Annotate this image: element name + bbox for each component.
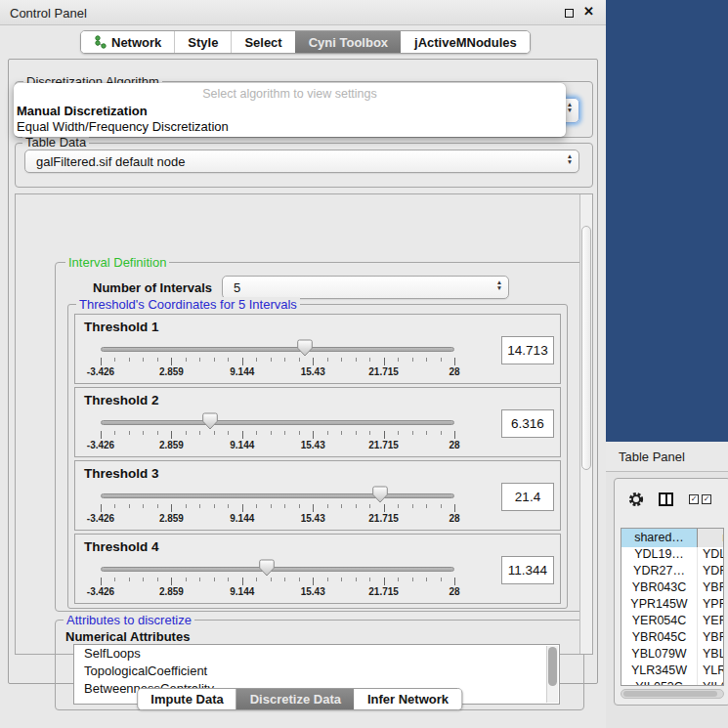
bottom-tab-infer-network[interactable]: Infer Network: [354, 689, 461, 709]
tick-mark: [271, 504, 272, 508]
tick-mark: [143, 431, 144, 435]
tick-mark: [171, 578, 172, 585]
table-cell: YER0: [698, 614, 724, 630]
bottom-tab-label: Infer Network: [367, 692, 449, 707]
close-icon[interactable]: ✕: [583, 4, 594, 19]
control-panel: Control Panel ✕ NetworkStyleSelectCyni T…: [0, 0, 606, 728]
slider-ticks: [101, 358, 454, 366]
attributes-list-scrollbar-thumb[interactable]: [548, 647, 557, 686]
scale-label: -3.426: [87, 586, 114, 597]
scroll-panel-scrollbar-thumb[interactable]: [581, 226, 591, 470]
tick-mark: [129, 504, 130, 508]
bottom-tab-impute-data[interactable]: Impute Data: [138, 689, 236, 709]
slider-track[interactable]: [101, 567, 454, 572]
tick-mark: [242, 358, 243, 365]
tick-mark: [356, 578, 357, 581]
table-header-shared-name[interactable]: shared…: [621, 529, 698, 547]
slider-scale-labels: -3.4262.8599.14415.4321.71528: [101, 440, 454, 451]
table-row[interactable]: YLR345WYLR3: [621, 664, 724, 680]
tick-mark: [101, 431, 102, 439]
table-data-combobox[interactable]: galFiltered.sif default node ▲▼: [24, 150, 579, 173]
table-header-name[interactable]: name: [698, 529, 724, 547]
scroll-panel-scrollbar[interactable]: [579, 194, 592, 654]
attribute-list-item[interactable]: TopologicalCoefficient: [74, 663, 559, 680]
tick-mark: [327, 431, 328, 435]
table-row[interactable]: YBR045CYBR0: [621, 630, 724, 647]
tab-select[interactable]: Select: [231, 31, 294, 53]
attribute-list-item[interactable]: SelfLoops: [74, 645, 559, 663]
number-of-intervals-label: Number of Intervals: [93, 280, 212, 295]
tab-cyni-toolbox[interactable]: Cyni Toolbox: [295, 31, 401, 53]
table-horizontal-scrollbar[interactable]: [621, 689, 724, 699]
tick-mark: [341, 578, 342, 581]
control-panel-body: Discretization Algorithm Table Data ▲▼ S…: [8, 59, 598, 684]
checkbox-column-icon[interactable]: ✓: [689, 494, 699, 504]
float-window-icon[interactable]: [565, 9, 574, 18]
tick-mark: [199, 504, 200, 508]
tick-mark: [341, 504, 342, 508]
slider-track[interactable]: [101, 493, 454, 498]
table-row[interactable]: YDL19…YDL1: [621, 547, 724, 564]
algorithm-option[interactable]: Equal Width/Frequency Discretization: [14, 118, 566, 134]
table-row[interactable]: YDR27…YDR2: [621, 564, 724, 580]
bottom-tab-bar: Impute DataDiscretize DataInfer Network: [137, 688, 462, 710]
tick-mark: [356, 504, 357, 508]
gear-icon[interactable]: [627, 491, 645, 508]
tick-mark: [426, 578, 427, 581]
tick-mark: [228, 358, 229, 362]
table-horizontal-scrollbar-thumb[interactable]: [623, 691, 717, 697]
scale-label: 15.43: [301, 586, 325, 597]
tick-mark: [228, 504, 229, 508]
table-row[interactable]: YER054CYER0: [621, 614, 724, 630]
slider-scale-labels: -3.4262.8599.14415.4321.71528: [101, 513, 454, 525]
tick-mark: [114, 358, 115, 362]
tab-jactivemnodules[interactable]: jActiveMNodules: [401, 31, 530, 53]
tick-mark: [271, 358, 272, 362]
threshold-panel: Threshold 4-3.4262.8599.14415.4321.71528…: [74, 534, 561, 604]
threshold-value-field[interactable]: 21.4: [501, 483, 554, 511]
scale-label: 15.43: [301, 513, 325, 524]
number-of-intervals-combobox[interactable]: 5 ▲▼: [222, 276, 509, 299]
tick-mark: [114, 504, 115, 508]
node-table[interactable]: shared… name YDL19…YDL1YDR27…YDR2YBR043C…: [621, 528, 724, 686]
top-tab-bar: NetworkStyleSelectCyni ToolboxjActiveMNo…: [80, 30, 531, 54]
scale-label: 28: [449, 586, 459, 597]
tick-mark: [313, 358, 314, 365]
slider-track[interactable]: [101, 420, 454, 425]
bottom-tab-label: Discretize Data: [250, 692, 341, 707]
table-row[interactable]: YBR043CYBR0: [621, 580, 724, 597]
slider-thumb[interactable]: [372, 486, 388, 503]
threshold-value-field[interactable]: 14.713: [501, 336, 554, 364]
bottom-tab-discretize-data[interactable]: Discretize Data: [236, 689, 354, 709]
threshold-value-field[interactable]: 11.344: [501, 556, 554, 584]
table-row[interactable]: YPR145WYPR1: [621, 597, 724, 614]
tick-mark: [186, 578, 187, 581]
slider-thumb[interactable]: [202, 412, 218, 430]
tab-network[interactable]: Network: [81, 31, 174, 53]
tab-style[interactable]: Style: [174, 31, 231, 53]
checkbox-column-icon[interactable]: ✓: [702, 494, 711, 504]
slider-thumb[interactable]: [259, 559, 275, 577]
slider-thumb[interactable]: [297, 339, 313, 357]
tab-label: Network: [111, 35, 161, 50]
threshold-value-field[interactable]: 6.316: [501, 409, 554, 438]
tick-mark: [143, 578, 144, 581]
table-cell: YIL053C: [621, 680, 698, 686]
attributes-list-scrollbar[interactable]: [546, 646, 558, 703]
table-cell: YLR345W: [621, 664, 698, 680]
table-row[interactable]: YIL053CYIL0: [621, 680, 724, 686]
tick-mark: [256, 431, 257, 435]
tick-mark: [327, 578, 328, 581]
tick-mark: [426, 431, 427, 435]
split-columns-icon[interactable]: [659, 492, 673, 506]
tick-mark: [114, 431, 115, 435]
thresholds-group: Threshold's Coordinates for 5 Intervals …: [67, 304, 568, 609]
slider-track[interactable]: [101, 347, 454, 352]
algorithm-option[interactable]: Manual Discretization: [14, 103, 566, 118]
tick-mark: [284, 358, 285, 362]
table-row[interactable]: YBL079WYBL0: [621, 647, 724, 664]
tab-label: Style: [188, 35, 218, 50]
table-cell: YBR0: [698, 630, 724, 647]
table-cell: YPR1: [698, 597, 724, 614]
tick-mark: [369, 431, 370, 435]
